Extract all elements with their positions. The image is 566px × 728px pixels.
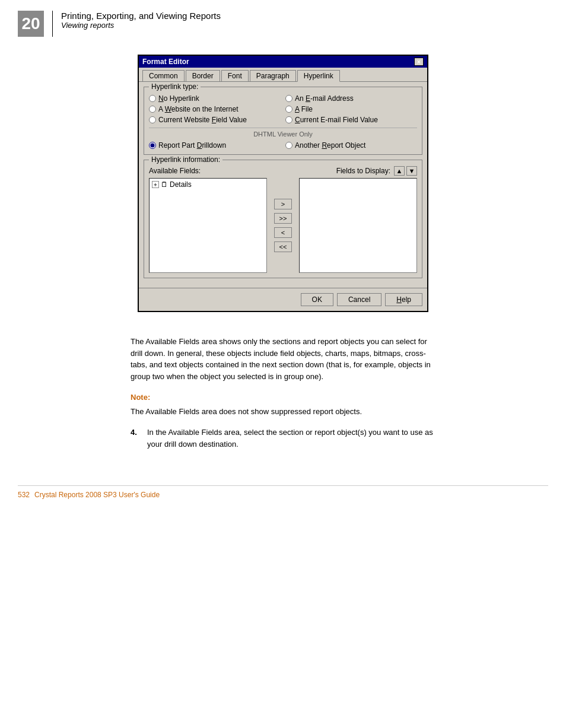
sort-arrows: ▲ ▼ bbox=[394, 166, 417, 176]
available-fields-label: Available Fields: bbox=[149, 167, 201, 175]
step-4-text: In the Available Fields area, select the… bbox=[147, 427, 435, 450]
move-right-all-button[interactable]: >> bbox=[274, 213, 292, 224]
move-left-one-button[interactable]: < bbox=[274, 227, 292, 238]
dhtml-label: DHTML Viewer Only bbox=[149, 128, 417, 138]
fields-to-display-label: Fields to Display: bbox=[336, 167, 390, 175]
transfer-buttons: > >> < << bbox=[272, 178, 295, 273]
radio-no-hyperlink[interactable]: No Hyperlink bbox=[149, 94, 281, 103]
body-paragraph: The Available Fields area shows only the… bbox=[131, 336, 435, 382]
available-fields-pane[interactable]: + 🗒 Details bbox=[149, 178, 267, 273]
tabs-row: Common Border Font Paragraph Hyperlink bbox=[139, 68, 427, 82]
footer-page-num: 532 bbox=[18, 491, 30, 499]
tree-expand-icon[interactable]: + bbox=[152, 181, 159, 188]
note-label: Note: bbox=[131, 392, 435, 403]
hyperlink-info-title: Hyperlink information: bbox=[149, 155, 222, 164]
tree-item-label: Details bbox=[170, 180, 192, 189]
cancel-button[interactable]: Cancel bbox=[337, 293, 381, 306]
sort-down-arrow[interactable]: ▼ bbox=[406, 166, 417, 176]
radio-options: No Hyperlink An E-mail Address A Website… bbox=[149, 94, 417, 150]
note-text: The Available Fields area does not show … bbox=[131, 406, 435, 418]
tab-font[interactable]: Font bbox=[221, 70, 249, 81]
close-button[interactable]: × bbox=[414, 58, 424, 66]
header-title: Printing, Exporting, and Viewing Reports bbox=[61, 11, 221, 21]
dialog-footer: OK Cancel Help bbox=[139, 288, 427, 311]
step-4-num: 4. bbox=[131, 427, 142, 438]
fields-header: Available Fields: Fields to Display: ▲ ▼ bbox=[149, 166, 417, 176]
tab-common[interactable]: Common bbox=[142, 70, 185, 81]
tab-paragraph[interactable]: Paragraph bbox=[250, 70, 296, 81]
header-subtitle: Viewing reports bbox=[61, 21, 221, 30]
fields-to-display-pane[interactable] bbox=[299, 178, 417, 273]
content-area: The Available Fields area shows only the… bbox=[0, 330, 566, 462]
hyperlink-type-group: Hyperlink type: No Hyperlink An E-mail A… bbox=[144, 87, 422, 155]
details-icon: 🗒 bbox=[161, 180, 168, 189]
sort-up-arrow[interactable]: ▲ bbox=[394, 166, 405, 176]
dialog-body: Hyperlink type: No Hyperlink An E-mail A… bbox=[139, 82, 427, 288]
radio-current-email[interactable]: Current E-mail Field Value bbox=[285, 116, 417, 124]
radio-current-website[interactable]: Current Website Field Value bbox=[149, 116, 281, 124]
dialog-title: Format Editor bbox=[142, 58, 189, 66]
ok-button[interactable]: OK bbox=[301, 293, 333, 306]
dialog-wrapper: Format Editor × Common Border Font Parag… bbox=[0, 43, 566, 330]
hyperlink-info-group: Hyperlink information: Available Fields:… bbox=[144, 160, 422, 278]
move-right-one-button[interactable]: > bbox=[274, 199, 292, 209]
page-number: 20 bbox=[18, 11, 44, 37]
hinfo-panes: + 🗒 Details > >> < << bbox=[149, 178, 417, 273]
radio-a-file[interactable]: A File bbox=[285, 105, 417, 113]
footer-text: Crystal Reports 2008 SP3 User's Guide bbox=[34, 491, 160, 499]
hyperlink-type-title: Hyperlink type: bbox=[149, 82, 201, 91]
page-header: 20 Printing, Exporting, and Viewing Repo… bbox=[0, 0, 566, 43]
radio-another-report[interactable]: Another Report Object bbox=[285, 141, 417, 150]
radio-report-part-drilldown[interactable]: Report Part Drilldown bbox=[149, 141, 281, 150]
format-editor-dialog: Format Editor × Common Border Font Parag… bbox=[138, 55, 428, 312]
move-left-all-button[interactable]: << bbox=[274, 241, 292, 252]
dialog-titlebar: Format Editor × bbox=[139, 56, 427, 68]
radio-website[interactable]: A Website on the Internet bbox=[149, 105, 281, 113]
step-4: 4. In the Available Fields area, select … bbox=[131, 427, 435, 450]
tab-border[interactable]: Border bbox=[186, 70, 220, 81]
radio-email-address[interactable]: An E-mail Address bbox=[285, 94, 417, 103]
tree-item-details[interactable]: + 🗒 Details bbox=[151, 180, 265, 189]
tab-hyperlink[interactable]: Hyperlink bbox=[297, 70, 340, 82]
help-button[interactable]: Help bbox=[385, 293, 422, 306]
